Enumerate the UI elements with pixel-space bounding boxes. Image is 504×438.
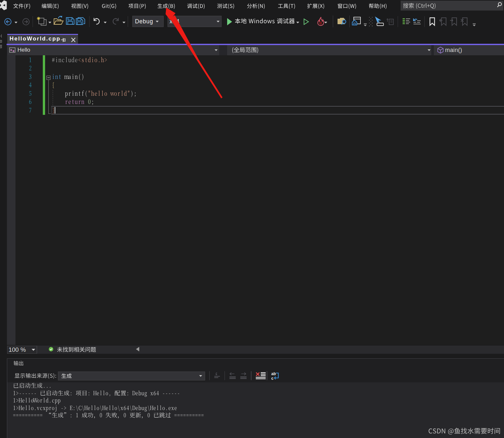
svg-text:ab: ab bbox=[271, 372, 276, 376]
svg-text:c: c bbox=[271, 376, 274, 381]
